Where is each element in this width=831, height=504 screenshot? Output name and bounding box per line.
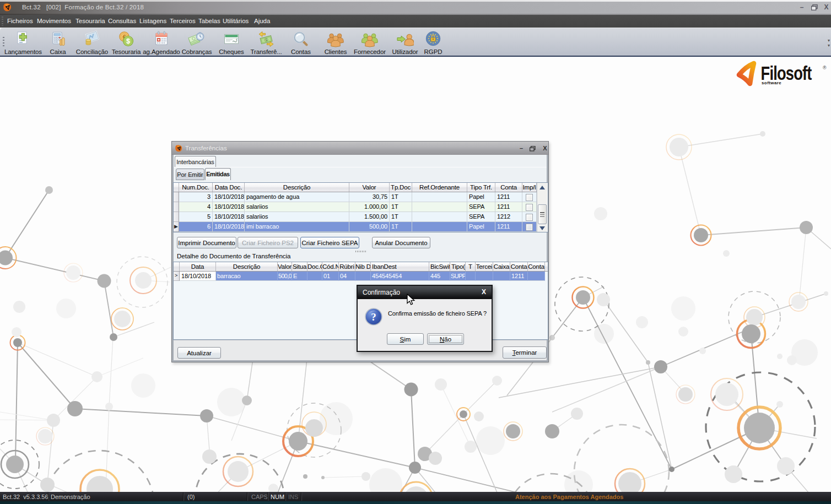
svg-text:®: ®: [823, 65, 827, 71]
svg-text:$: $: [126, 37, 130, 45]
svg-text:?: ?: [371, 311, 376, 323]
svg-text:software: software: [762, 80, 781, 85]
svg-text:€: €: [236, 39, 238, 41]
